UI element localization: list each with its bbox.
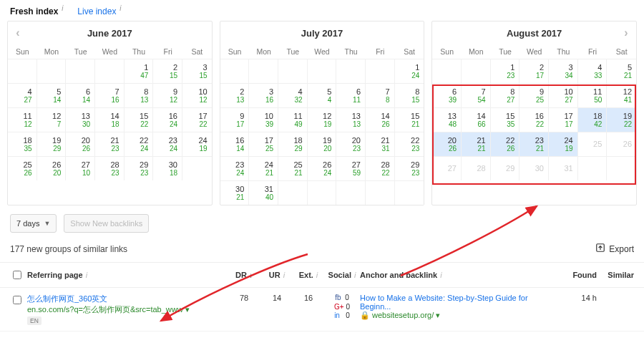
calendar-day[interactable]: 78 [366,83,395,107]
calendar-day[interactable]: 433 [578,59,608,83]
calendar-day[interactable]: 1829 [278,132,308,156]
tab-live-index[interactable]: Live index i [77,4,121,16]
calendar-day[interactable]: 2624 [308,156,337,180]
calendar-day[interactable]: 2121 [462,132,491,156]
date-range-dropdown[interactable]: 7 days▼ [10,214,57,233]
col-referring-page[interactable]: Referring pagei [27,271,227,279]
calendar-day[interactable]: 2026 [66,132,95,156]
calendar-day[interactable]: 1922 [607,107,636,132]
calendar-day[interactable]: 2321 [519,132,549,156]
calendar-day[interactable]: 917 [220,107,250,132]
calendar-day[interactable]: 315 [182,59,212,83]
calendar-day[interactable]: 1418 [95,107,125,132]
calendar-day[interactable]: 2226 [491,132,520,156]
calendar-day[interactable]: 123 [491,59,520,83]
calendar-day[interactable]: 3021 [220,180,250,205]
calendar-day[interactable]: 611 [336,83,366,107]
calendar-day[interactable]: 2224 [125,132,154,156]
select-all-checkbox[interactable] [13,271,21,279]
calendar-day[interactable]: 147 [125,59,154,83]
calendar-day[interactable]: 2759 [336,156,366,180]
calendar-day[interactable]: 215 [153,59,182,83]
calendar-day[interactable]: 3140 [249,180,278,205]
calendar-day[interactable]: 1842 [578,107,608,132]
calendar-day[interactable]: 2710 [66,156,95,180]
calendar-day[interactable]: 1027 [549,83,578,107]
calendar-day[interactable]: 614 [66,83,95,107]
col-found[interactable]: Found [560,271,597,279]
calendar-day[interactable]: 912 [153,83,182,107]
col-ur[interactable]: URi [261,271,293,279]
calendar-day[interactable]: 124 [395,59,424,83]
calendar-day[interactable]: 1219 [308,107,337,132]
col-anchor[interactable]: Anchor and backlinki [360,271,560,279]
calendar-day[interactable]: 2023 [336,132,366,156]
row-checkbox[interactable] [13,296,21,304]
calendar-day[interactable]: 2923 [395,156,424,180]
calendar-day[interactable]: 925 [519,83,549,107]
calendar-day[interactable]: 316 [249,83,278,107]
calendar-day[interactable]: 1241 [607,83,636,107]
calendar-day[interactable]: 54 [308,83,337,107]
calendar-day[interactable]: 815 [395,83,424,107]
calendar-day[interactable]: 1466 [462,107,491,132]
calendar-day[interactable]: 2421 [249,156,278,180]
anchor-title[interactable]: How to Make a Website: Step-by-Step Guid… [360,294,560,311]
calendar-day[interactable]: 813 [125,83,154,107]
calendar-day[interactable]: 827 [491,83,520,107]
calendar-day[interactable]: 1012 [182,83,212,107]
calendar-day[interactable]: 716 [95,83,125,107]
calendar-day[interactable]: 1920 [308,132,337,156]
col-dr[interactable]: DR [227,271,261,279]
calendar-next-icon[interactable]: › [616,21,636,44]
calendar-day[interactable]: 1150 [578,83,608,107]
calendar-day[interactable]: 754 [462,83,491,107]
calendar-day[interactable]: 1330 [66,107,95,132]
calendar-day[interactable]: 514 [37,83,67,107]
calendar-day[interactable]: 127 [37,107,67,132]
calendar-day[interactable]: 427 [8,83,37,107]
calendar-day[interactable]: 2521 [278,156,308,180]
calendar-day[interactable]: 1835 [8,132,37,156]
calendar-day[interactable]: 1426 [366,107,395,132]
calendar-day[interactable]: 2223 [395,132,424,156]
calendar-day[interactable]: 2923 [125,156,154,180]
calendar-day[interactable]: 521 [607,59,636,83]
calendar-day[interactable]: 1112 [8,107,37,132]
calendar-prev-icon[interactable]: ‹ [8,21,28,44]
calendar-day[interactable]: 2526 [8,156,37,180]
calendar-day[interactable]: 1149 [278,107,308,132]
calendar-day[interactable]: 2324 [153,132,182,156]
calendar-day[interactable]: 2419 [549,132,578,156]
calendar-day[interactable]: 3018 [153,156,182,180]
calendar-day[interactable]: 432 [278,83,308,107]
calendar-day[interactable]: 2123 [95,132,125,156]
referring-page-url[interactable]: en.so.com/s?q=怎么制作网页&src=tab_www ▾ [27,304,227,315]
calendar-day[interactable]: 334 [549,59,578,83]
calendar-day[interactable]: 2419 [182,132,212,156]
calendar-day[interactable]: 1624 [153,107,182,132]
calendar-day[interactable]: 2324 [220,156,250,180]
col-social[interactable]: Sociali [324,271,360,279]
calendar-day[interactable]: 1521 [395,107,424,132]
calendar-day[interactable]: 1722 [182,107,212,132]
calendar-day[interactable]: 2620 [37,156,67,180]
col-ext[interactable]: Ext.i [293,271,324,279]
calendar-day[interactable]: 1622 [519,107,549,132]
col-similar[interactable]: Similar [597,271,634,279]
anchor-url[interactable]: 🔒 websitesetup.org/ ▾ [360,311,560,320]
calendar-day[interactable]: 213 [220,83,250,107]
calendar-day[interactable]: 1614 [220,132,250,156]
referring-page-title[interactable]: 怎么制作网页_360英文 [27,294,227,304]
calendar-day[interactable]: 1522 [125,107,154,132]
tab-fresh-index[interactable]: Fresh index i [10,4,63,16]
calendar-day[interactable]: 1717 [549,107,578,132]
calendar-day[interactable]: 1039 [249,107,278,132]
calendar-day[interactable]: 1313 [336,107,366,132]
calendar-day[interactable]: 2131 [366,132,395,156]
calendar-day[interactable]: 1929 [37,132,67,156]
calendar-day[interactable]: 217 [519,59,549,83]
calendar-day[interactable]: 639 [432,83,462,107]
calendar-day[interactable]: 2026 [432,132,462,156]
calendar-day[interactable]: 2822 [366,156,395,180]
